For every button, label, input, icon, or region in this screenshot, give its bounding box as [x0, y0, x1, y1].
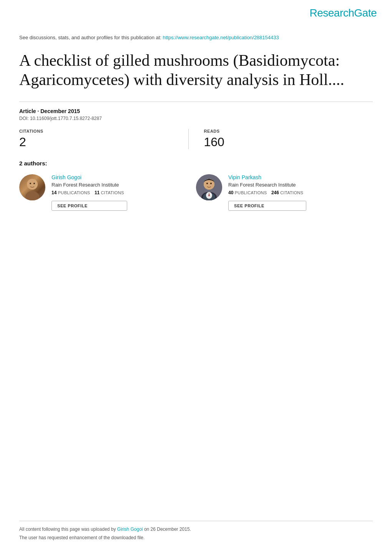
footer-divider	[19, 521, 373, 521]
citations-label: CITATIONS	[19, 129, 181, 133]
svg-point-4	[33, 183, 35, 184]
citations-block: CITATIONS 2	[19, 129, 188, 149]
reads-label: READS	[204, 129, 365, 133]
authors-heading: 2 authors:	[19, 160, 373, 167]
author-info-girish: Girish Gogoi Rain Forest Research Instit…	[51, 174, 127, 211]
article-meta: Article · December 2015	[19, 108, 373, 114]
author-name-girish[interactable]: Girish Gogoi	[51, 174, 127, 180]
footer-upload-pre: All content following this page was uplo…	[19, 527, 116, 532]
stats-row: CITATIONS 2 READS 160	[19, 129, 373, 149]
avatar-vipin	[196, 174, 222, 200]
doi-line: DOI: 10.11609/jott.1770.7.15.8272-8287	[19, 116, 373, 121]
main-content: See discussions, stats, and author profi…	[0, 23, 392, 226]
svg-point-3	[30, 183, 31, 184]
author-stats-girish: 14 PUBLICATIONS 11 CITATIONS	[51, 190, 127, 195]
see-discussions-line: See discussions, stats, and author profi…	[19, 35, 373, 40]
header: ResearchGate	[0, 0, 392, 23]
avatar-girish	[19, 174, 45, 200]
svg-point-1	[25, 191, 39, 200]
title-divider	[19, 102, 373, 102]
stats-vertical-divider	[188, 129, 189, 149]
researchgate-logo: ResearchGate	[309, 7, 377, 19]
reads-value: 160	[204, 135, 365, 149]
see-profile-girish-button[interactable]: SEE PROFILE	[51, 201, 127, 211]
see-discussions-text: See discussions, stats, and author profi…	[19, 35, 161, 40]
author-stats-vipin: 40 PUBLICATIONS 246 CITATIONS	[228, 190, 306, 195]
footer-enhancement-line: The user has requested enhancement of th…	[19, 535, 373, 540]
article-title: A checklist of gilled mushrooms (Basidio…	[19, 51, 350, 89]
author-block-girish: Girish Gogoi Rain Forest Research Instit…	[19, 174, 196, 211]
see-profile-vipin-button[interactable]: SEE PROFILE	[228, 201, 306, 211]
author-name-vipin[interactable]: Vipin Parkash	[228, 174, 306, 180]
svg-point-12	[206, 183, 208, 184]
footer-upload-post: on 26 December 2015.	[144, 527, 191, 532]
svg-point-2	[27, 179, 38, 190]
footer-upload-line: All content following this page was uplo…	[19, 527, 373, 532]
svg-point-13	[210, 183, 212, 184]
authors-row: Girish Gogoi Rain Forest Research Instit…	[19, 174, 373, 211]
author-info-vipin: Vipin Parkash Rain Forest Research Insti…	[228, 174, 306, 211]
author-institution-girish: Rain Forest Research Institute	[51, 182, 127, 188]
footer-uploader-link[interactable]: Girish Gogoi	[117, 527, 143, 532]
page-footer: All content following this page was uplo…	[19, 521, 373, 543]
page: ResearchGate See discussions, stats, and…	[0, 0, 392, 555]
article-type: Article	[19, 108, 36, 114]
author-block-vipin: Vipin Parkash Rain Forest Research Insti…	[196, 174, 373, 211]
reads-block: READS 160	[204, 129, 373, 149]
citations-value: 2	[19, 135, 181, 149]
author-institution-vipin: Rain Forest Research Institute	[228, 182, 306, 188]
publication-link[interactable]: https://www.researchgate.net/publication…	[163, 35, 279, 40]
article-date: December 2015	[40, 108, 80, 114]
